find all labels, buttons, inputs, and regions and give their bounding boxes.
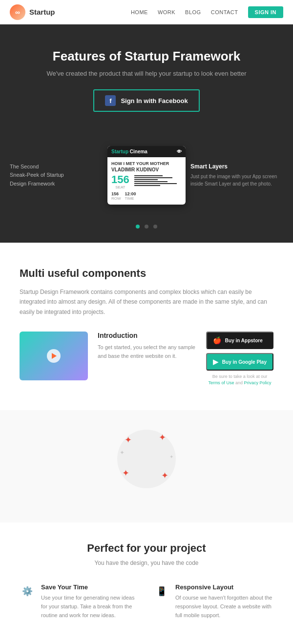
terms-note: Be sure to take a look at our Terms of U… (206, 374, 273, 386)
eye-icon: 👁 (177, 149, 182, 154)
feature-save-time: ⚙️ Save Your Time Use your time for gene… (20, 583, 139, 637)
sparkle-icon-5: ✦ (120, 449, 125, 456)
ticket-row: 156 SEAT (111, 174, 182, 189)
navbar: ∞ Startup HOME WORK BLOG CONTACT SIGN IN (0, 0, 293, 24)
feature-responsive: 📱 Responsive Layout Of course we haven't… (154, 583, 273, 637)
multi-title: Multi useful components (20, 267, 273, 280)
appstore-button[interactable]: 🍎 Buy in Appstore (206, 332, 273, 349)
feature-save-time-text: Save Your Time Use your time for generat… (41, 583, 139, 637)
store-buttons-container: 🍎 Buy in Appstore ▶ Buy in Google Play B… (206, 332, 273, 386)
showcase-left: The SecondSneak-Peek of StartupDesign Fr… (10, 163, 103, 188)
ticket-show-title: HOW I MET YOUR MOTHER (111, 161, 182, 166)
feature-responsive-title: Responsive Layout (175, 583, 273, 591)
nav-blog[interactable]: BLOG (185, 9, 201, 15)
nav-links: HOME WORK BLOG CONTACT SIGN IN (131, 6, 283, 18)
dot-2[interactable] (145, 225, 148, 229)
fb-btn-label: Sign In with Facebook (121, 97, 188, 104)
hero-section: Features of Startup Framework We've crea… (0, 24, 293, 131)
hero-title: Features of Startup Framework (20, 49, 273, 64)
multi-desc: Startup Design Framework contains compon… (20, 287, 273, 317)
showcase-right-text: Just put the image with your App screen … (190, 173, 283, 187)
ticket-row-info: 156ROW (111, 191, 121, 201)
terms-link[interactable]: Terms of Use (208, 380, 234, 385)
privacy-link[interactable]: Privacy Policy (244, 380, 271, 385)
dot-3[interactable] (153, 225, 157, 229)
feature-responsive-text: Responsive Layout Of course we haven't f… (175, 583, 273, 637)
ticket-card: Startup Cinema 👁 HOW I MET YOUR MOTHER V… (107, 146, 186, 205)
logo-icon: ∞ (10, 4, 25, 20)
ticket-header: Startup Cinema 👁 (107, 146, 186, 157)
sparkle-circle: ✦ ✦ ✦ ✦ ✦ ✦ (117, 430, 176, 488)
showcase-right-title: Smart Layers (190, 163, 283, 170)
sparkle-icon-4: ✦ (161, 470, 168, 481)
perfect-section: Perfect for your project You have the de… (0, 522, 293, 644)
nav-home[interactable]: HOME (131, 9, 148, 15)
nav-work[interactable]: WORK (158, 9, 175, 15)
perfect-title: Perfect for your project (20, 542, 273, 555)
ticket-brand: Startup Cinema (111, 149, 147, 154)
feature-save-time-title: Save Your Time (41, 583, 139, 591)
intro-title: Introduction (98, 332, 196, 339)
responsive-icon: 📱 (154, 583, 169, 599)
ticket-body: HOW I MET YOUR MOTHER VLADIMIR KUDINOV 1… (107, 157, 186, 205)
save-time-icon: ⚙️ (20, 583, 35, 599)
ticket-seat-label: SEAT (111, 185, 129, 189)
sparkle-icon-3: ✦ (122, 468, 129, 478)
features-grid: ⚙️ Save Your Time Use your time for gene… (20, 583, 273, 644)
multi-section: Multi useful components Startup Design F… (0, 243, 293, 410)
ticket-artist: VLADIMIR KUDINOV (111, 167, 182, 172)
appstore-label: Buy in Appstore (225, 338, 263, 343)
perfect-subtitle: You have the design, you have the code (20, 560, 273, 566)
ticket-meta: 156ROW 12:00TIME (111, 191, 182, 201)
terms-and: and (235, 380, 243, 385)
apple-icon: 🍎 (213, 336, 221, 344)
showcase-section: The SecondSneak-Peek of StartupDesign Fr… (0, 131, 293, 214)
dot-1[interactable] (136, 225, 140, 229)
logo[interactable]: ∞ Startup (10, 4, 55, 20)
terms-prefix: Be sure to take a look at our (212, 374, 268, 379)
sparkle-icon-6: ✦ (169, 454, 173, 459)
google-icon: ▶ (213, 358, 218, 366)
ticket-time-info: 12:00TIME (125, 191, 136, 201)
intro-thumbnail[interactable] (20, 332, 88, 380)
sparkle-section: ✦ ✦ ✦ ✦ ✦ ✦ (0, 410, 293, 522)
logo-text: Startup (29, 8, 55, 16)
facebook-icon: f (105, 95, 116, 106)
facebook-signin-button[interactable]: f Sign In with Facebook (93, 89, 199, 112)
sparkle-icon-2: ✦ (159, 432, 166, 443)
signin-button[interactable]: SIGN IN (248, 6, 283, 18)
showcase-right: Smart Layers Just put the image with you… (190, 163, 283, 187)
sparkle-icon-1: ✦ (125, 435, 132, 445)
intro-desc: To get started, you select the any sampl… (98, 343, 196, 360)
ticket-barcode (134, 174, 182, 187)
hero-subtitle: We've created the product that will help… (20, 70, 273, 77)
googleplay-label: Buy in Google Play (222, 359, 267, 365)
feature-responsive-desc: Of course we haven't forgotten about the… (175, 594, 273, 620)
feature-save-time-desc: Use your time for generating new ideas f… (41, 594, 139, 620)
play-icon (52, 353, 57, 359)
googleplay-button[interactable]: ▶ Buy in Google Play (206, 353, 273, 371)
ticket-seat-num: 156 (111, 174, 129, 185)
carousel-dots (0, 214, 293, 243)
multi-content: Introduction To get started, you select … (20, 332, 273, 386)
ticket-card-container: Startup Cinema 👁 HOW I MET YOUR MOTHER V… (107, 146, 186, 205)
intro-text: Introduction To get started, you select … (98, 332, 196, 360)
nav-contact[interactable]: CONTACT (211, 9, 238, 15)
showcase-left-text: The SecondSneak-Peek of StartupDesign Fr… (10, 163, 103, 188)
store-buttons: 🍎 Buy in Appstore ▶ Buy in Google Play (206, 332, 273, 371)
play-button[interactable] (47, 349, 61, 363)
ticket-seat: 156 SEAT (111, 174, 129, 189)
